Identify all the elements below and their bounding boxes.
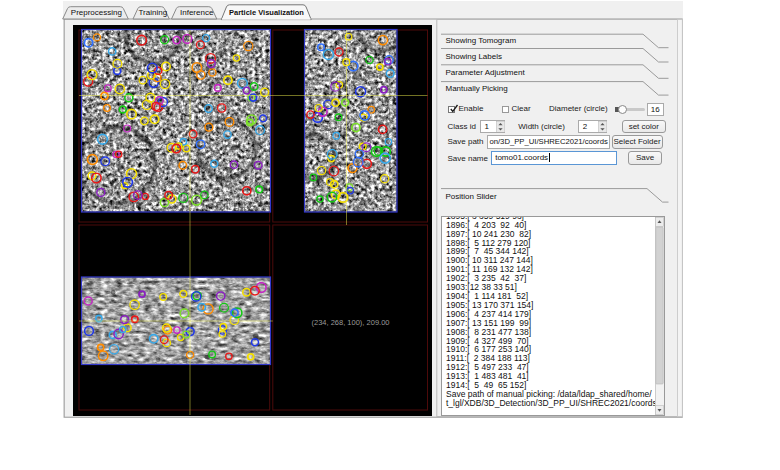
svg-text:Showing Tomogram: Showing Tomogram: [446, 36, 517, 45]
svg-text:(234, 268, 100), 209.00: (234, 268, 100), 209.00: [312, 318, 390, 327]
svg-text:Particle Visualization: Particle Visualization: [229, 8, 304, 17]
svg-text:Mantually Picking: Mantually Picking: [446, 84, 508, 93]
svg-text:Training: Training: [139, 8, 168, 17]
svg-text:Parameter Adjustment: Parameter Adjustment: [446, 68, 526, 77]
svg-text:Preprocessing: Preprocessing: [71, 8, 122, 17]
svg-text:Position Slider: Position Slider: [446, 192, 497, 201]
svg-text:Showing Labels: Showing Labels: [446, 52, 502, 61]
svg-text:Inference: Inference: [180, 8, 214, 17]
